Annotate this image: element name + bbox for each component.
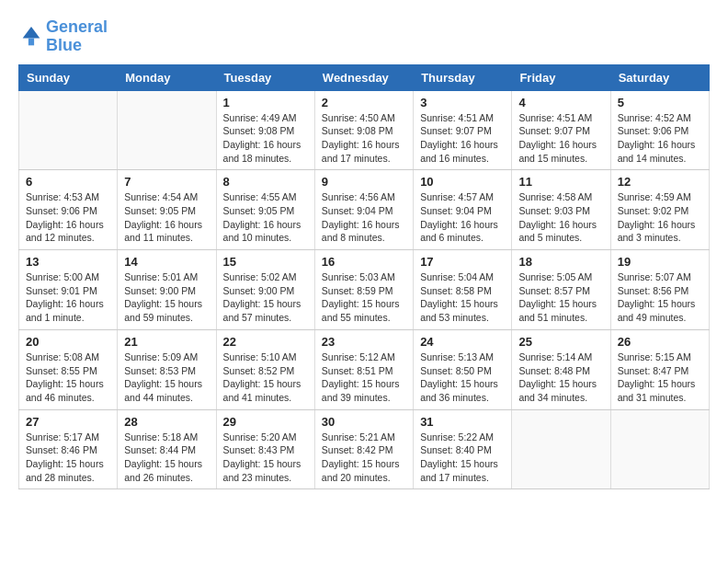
day-number: 10 [420,175,505,189]
day-number: 5 [618,96,702,109]
day-cell-18: 18Sunrise: 5:05 AM Sunset: 8:57 PM Dayli… [512,250,610,330]
week-row-1: 1Sunrise: 4:49 AM Sunset: 9:08 PM Daylig… [19,90,710,170]
day-number: 20 [26,335,110,349]
day-number: 22 [223,335,308,349]
day-cell-11: 11Sunrise: 4:58 AM Sunset: 9:03 PM Dayli… [512,170,610,250]
week-row-4: 20Sunrise: 5:08 AM Sunset: 8:55 PM Dayli… [19,329,710,409]
empty-cell [118,90,216,170]
day-number: 27 [26,415,110,429]
day-cell-19: 19Sunrise: 5:07 AM Sunset: 8:56 PM Dayli… [610,250,709,330]
calendar-table: SundayMondayTuesdayWednesdayThursdayFrid… [18,64,710,490]
day-number: 31 [420,415,505,429]
day-info: Sunrise: 5:02 AM Sunset: 9:00 PM Dayligh… [223,270,308,325]
day-info: Sunrise: 5:00 AM Sunset: 9:01 PM Dayligh… [26,270,110,325]
day-cell-8: 8Sunrise: 4:55 AM Sunset: 9:05 PM Daylig… [216,170,314,250]
day-info: Sunrise: 4:57 AM Sunset: 9:04 PM Dayligh… [420,190,505,245]
day-number: 15 [223,255,308,269]
day-cell-12: 12Sunrise: 4:59 AM Sunset: 9:02 PM Dayli… [610,170,709,250]
day-info: Sunrise: 5:12 AM Sunset: 8:51 PM Dayligh… [322,350,406,405]
day-info: Sunrise: 4:56 AM Sunset: 9:04 PM Dayligh… [322,190,406,245]
day-number: 6 [26,175,110,189]
weekday-header-sunday: Sunday [19,64,118,90]
day-number: 1 [223,96,308,109]
day-cell-4: 4Sunrise: 4:51 AM Sunset: 9:07 PM Daylig… [512,90,610,170]
day-info: Sunrise: 4:49 AM Sunset: 9:08 PM Dayligh… [223,111,308,166]
day-cell-23: 23Sunrise: 5:12 AM Sunset: 8:51 PM Dayli… [314,329,413,409]
day-cell-6: 6Sunrise: 4:53 AM Sunset: 9:06 PM Daylig… [19,170,118,250]
day-info: Sunrise: 5:03 AM Sunset: 8:59 PM Dayligh… [322,270,406,325]
week-row-2: 6Sunrise: 4:53 AM Sunset: 9:06 PM Daylig… [19,170,710,250]
page: General Blue SundayMondayTuesdayWednesda… [0,0,728,508]
day-number: 3 [420,96,505,109]
day-cell-24: 24Sunrise: 5:13 AM Sunset: 8:50 PM Dayli… [414,329,512,409]
day-cell-28: 28Sunrise: 5:18 AM Sunset: 8:44 PM Dayli… [118,409,216,489]
day-cell-30: 30Sunrise: 5:21 AM Sunset: 8:42 PM Dayli… [314,409,413,489]
weekday-header-thursday: Thursday [414,64,512,90]
day-number: 28 [124,415,209,429]
weekday-header-saturday: Saturday [610,64,709,90]
day-number: 11 [518,175,603,189]
day-info: Sunrise: 5:09 AM Sunset: 8:53 PM Dayligh… [124,350,209,405]
day-cell-1: 1Sunrise: 4:49 AM Sunset: 9:08 PM Daylig… [216,90,314,170]
day-info: Sunrise: 5:18 AM Sunset: 8:44 PM Dayligh… [124,431,209,485]
day-number: 2 [322,96,406,109]
day-number: 7 [124,175,209,189]
day-cell-22: 22Sunrise: 5:10 AM Sunset: 8:52 PM Dayli… [216,329,314,409]
empty-cell [610,409,709,489]
day-number: 9 [322,175,406,189]
day-cell-2: 2Sunrise: 4:50 AM Sunset: 9:08 PM Daylig… [314,90,413,170]
day-info: Sunrise: 5:08 AM Sunset: 8:55 PM Dayligh… [26,350,110,405]
day-info: Sunrise: 5:17 AM Sunset: 8:46 PM Dayligh… [26,431,110,485]
svg-rect-1 [28,38,34,45]
weekday-header-row: SundayMondayTuesdayWednesdayThursdayFrid… [19,64,710,90]
day-number: 25 [518,335,603,349]
svg-marker-0 [23,27,40,38]
day-cell-3: 3Sunrise: 4:51 AM Sunset: 9:07 PM Daylig… [414,90,512,170]
day-info: Sunrise: 5:14 AM Sunset: 8:48 PM Dayligh… [518,350,603,405]
day-info: Sunrise: 5:20 AM Sunset: 8:43 PM Dayligh… [223,431,308,485]
day-info: Sunrise: 4:51 AM Sunset: 9:07 PM Dayligh… [518,111,603,166]
day-number: 18 [518,255,603,269]
day-info: Sunrise: 4:55 AM Sunset: 9:05 PM Dayligh… [223,190,308,245]
day-cell-27: 27Sunrise: 5:17 AM Sunset: 8:46 PM Dayli… [19,409,118,489]
empty-cell [512,409,610,489]
weekday-header-wednesday: Wednesday [314,64,413,90]
day-number: 14 [124,255,209,269]
day-number: 16 [322,255,406,269]
day-info: Sunrise: 5:04 AM Sunset: 8:58 PM Dayligh… [420,270,505,325]
day-cell-9: 9Sunrise: 4:56 AM Sunset: 9:04 PM Daylig… [314,170,413,250]
logo: General Blue [18,18,108,55]
day-info: Sunrise: 4:52 AM Sunset: 9:06 PM Dayligh… [618,111,702,166]
day-number: 21 [124,335,209,349]
day-number: 30 [322,415,406,429]
day-cell-17: 17Sunrise: 5:04 AM Sunset: 8:58 PM Dayli… [414,250,512,330]
day-info: Sunrise: 5:22 AM Sunset: 8:40 PM Dayligh… [420,431,505,485]
day-number: 17 [420,255,505,269]
weekday-header-friday: Friday [512,64,610,90]
day-info: Sunrise: 4:58 AM Sunset: 9:03 PM Dayligh… [518,190,603,245]
header: General Blue [18,18,710,55]
day-cell-15: 15Sunrise: 5:02 AM Sunset: 9:00 PM Dayli… [216,250,314,330]
day-info: Sunrise: 5:05 AM Sunset: 8:57 PM Dayligh… [518,270,603,325]
day-number: 26 [618,335,702,349]
day-info: Sunrise: 5:07 AM Sunset: 8:56 PM Dayligh… [618,270,702,325]
weekday-header-monday: Monday [118,64,216,90]
day-cell-25: 25Sunrise: 5:14 AM Sunset: 8:48 PM Dayli… [512,329,610,409]
day-info: Sunrise: 4:54 AM Sunset: 9:05 PM Dayligh… [124,190,209,245]
day-cell-14: 14Sunrise: 5:01 AM Sunset: 9:00 PM Dayli… [118,250,216,330]
day-number: 19 [618,255,702,269]
day-number: 12 [618,175,702,189]
weekday-header-tuesday: Tuesday [216,64,314,90]
logo-text: General Blue [46,18,108,55]
day-info: Sunrise: 5:01 AM Sunset: 9:00 PM Dayligh… [124,270,209,325]
week-row-5: 27Sunrise: 5:17 AM Sunset: 8:46 PM Dayli… [19,409,710,489]
day-cell-20: 20Sunrise: 5:08 AM Sunset: 8:55 PM Dayli… [19,329,118,409]
day-cell-10: 10Sunrise: 4:57 AM Sunset: 9:04 PM Dayli… [414,170,512,250]
day-info: Sunrise: 4:50 AM Sunset: 9:08 PM Dayligh… [322,111,406,166]
day-info: Sunrise: 5:21 AM Sunset: 8:42 PM Dayligh… [322,431,406,485]
day-cell-26: 26Sunrise: 5:15 AM Sunset: 8:47 PM Dayli… [610,329,709,409]
day-cell-31: 31Sunrise: 5:22 AM Sunset: 8:40 PM Dayli… [414,409,512,489]
day-cell-29: 29Sunrise: 5:20 AM Sunset: 8:43 PM Dayli… [216,409,314,489]
day-info: Sunrise: 5:13 AM Sunset: 8:50 PM Dayligh… [420,350,505,405]
day-cell-13: 13Sunrise: 5:00 AM Sunset: 9:01 PM Dayli… [19,250,118,330]
